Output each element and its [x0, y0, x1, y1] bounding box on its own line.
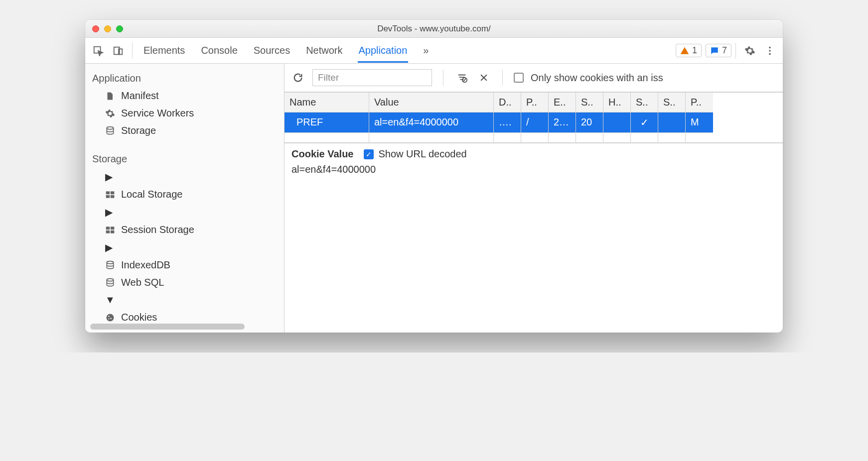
cookie-value-text: al=en&f4=4000000	[291, 164, 776, 175]
cell-secure: ✓	[631, 113, 658, 133]
messages-count: 7	[722, 45, 727, 56]
svg-rect-11	[106, 227, 110, 230]
col-name[interactable]: Name	[285, 93, 369, 113]
cookies-toolbar: Filter Only show cookies with an iss	[285, 64, 783, 92]
cell-domain: ….	[494, 113, 521, 133]
devtools-window: DevTools - www.youtube.com/ Elements Con…	[85, 20, 783, 333]
message-icon	[710, 46, 719, 55]
settings-icon[interactable]	[740, 41, 760, 61]
sidebar-heading-storage: Storage	[85, 149, 284, 168]
col-size[interactable]: S..	[576, 93, 603, 113]
clear-all-icon[interactable]	[454, 68, 469, 88]
tab-console[interactable]: Console	[200, 38, 238, 63]
sidebar-item-storage[interactable]: Storage	[85, 122, 284, 139]
tab-sources[interactable]: Sources	[253, 38, 291, 63]
sidebar-item-label: Service Workers	[121, 108, 194, 119]
sidebar-item-label: Local Storage	[121, 189, 182, 200]
col-expires[interactable]: E..	[549, 93, 576, 113]
url-decoded-label: Show URL decoded	[379, 148, 467, 160]
window-title: DevTools - www.youtube.com/	[85, 24, 783, 34]
zoom-window-button[interactable]	[116, 25, 123, 32]
svg-rect-14	[111, 230, 115, 233]
sidebar-item-session-storage[interactable]: Session Storage	[85, 221, 284, 238]
sidebar-item-indexeddb[interactable]: IndexedDB	[85, 256, 284, 274]
col-samesite[interactable]: S..	[658, 93, 686, 113]
tabs-overflow[interactable]: »	[422, 38, 430, 63]
expand-icon[interactable]: ▶	[85, 203, 284, 221]
only-issues-checkbox[interactable]	[514, 73, 524, 83]
sidebar-item-label: Manifest	[121, 90, 159, 102]
content-area: Application Manifest Service Workers Sto…	[85, 64, 783, 333]
tab-elements[interactable]: Elements	[143, 38, 186, 63]
sidebar-item-label: IndexedDB	[121, 259, 170, 271]
sidebar-item-local-storage[interactable]: Local Storage	[85, 186, 284, 203]
cookies-panel: Filter Only show cookies with an iss Nam…	[285, 64, 783, 333]
expand-icon[interactable]: ▶	[85, 168, 284, 186]
col-path[interactable]: P..	[521, 93, 549, 113]
sidebar-item-label: Cookies	[121, 312, 157, 323]
titlebar: DevTools - www.youtube.com/	[85, 20, 783, 38]
cell-expires: 2…	[549, 113, 576, 133]
col-value[interactable]: Value	[369, 93, 494, 113]
cookie-detail: Cookie Value ✓ Show URL decoded al=en&f4…	[285, 143, 783, 333]
tab-network[interactable]: Network	[305, 38, 343, 63]
minimize-window-button[interactable]	[104, 25, 111, 32]
warning-icon	[680, 46, 689, 55]
url-decoded-checkbox[interactable]: ✓	[364, 149, 374, 159]
sidebar-item-label: Session Storage	[121, 224, 194, 235]
collapse-icon[interactable]: ▼	[85, 291, 284, 309]
database-icon	[105, 126, 116, 136]
svg-point-19	[110, 318, 112, 319]
sidebar-item-websql[interactable]: Web SQL	[85, 274, 284, 291]
separator	[132, 43, 133, 59]
grid-icon	[105, 226, 116, 234]
inspect-element-icon[interactable]	[88, 41, 108, 61]
sidebar-scrollbar[interactable]	[90, 324, 245, 330]
warnings-badge[interactable]: 1	[676, 44, 702, 57]
table-empty-row	[285, 133, 783, 143]
sidebar-heading-application: Application	[85, 69, 284, 87]
table-row[interactable]: PREF al=en&f4=4000000 …. / 2… 20 ✓ M	[285, 113, 783, 133]
svg-point-5	[769, 53, 771, 55]
svg-point-20	[109, 318, 110, 319]
close-window-button[interactable]	[92, 25, 99, 32]
svg-point-15	[107, 261, 113, 263]
cookies-table: Name Value D.. P.. E.. S.. H.. S.. S.. P…	[285, 92, 783, 143]
more-icon[interactable]	[760, 41, 780, 61]
cell-priority: M	[686, 113, 713, 133]
file-icon	[105, 91, 116, 101]
traffic-lights	[85, 25, 123, 32]
only-issues-label: Only show cookies with an iss	[531, 72, 663, 84]
device-mode-icon[interactable]	[108, 41, 128, 61]
gear-icon	[105, 109, 116, 118]
svg-rect-13	[106, 230, 110, 233]
sidebar-item-manifest[interactable]: Manifest	[85, 87, 284, 105]
svg-rect-10	[111, 195, 115, 198]
col-http[interactable]: H..	[603, 93, 631, 113]
cell-path: /	[521, 113, 549, 133]
col-domain[interactable]: D..	[494, 93, 521, 113]
warnings-count: 1	[692, 45, 697, 56]
svg-point-3	[769, 46, 771, 48]
grid-icon	[105, 190, 116, 199]
filter-input[interactable]: Filter	[312, 69, 432, 86]
panel-tabs: Elements Console Sources Network Applica…	[143, 38, 430, 63]
messages-badge[interactable]: 7	[706, 44, 731, 57]
sidebar-item-service-workers[interactable]: Service Workers	[85, 105, 284, 122]
cookie-value-heading: Cookie Value	[291, 148, 354, 160]
svg-point-6	[107, 126, 113, 129]
svg-point-18	[108, 316, 110, 317]
col-secure[interactable]: S..	[631, 93, 658, 113]
cell-value: al=en&f4=4000000	[369, 113, 494, 133]
tab-application[interactable]: Application	[358, 38, 409, 63]
separator	[443, 70, 443, 86]
refresh-icon[interactable]	[290, 68, 305, 88]
delete-icon[interactable]	[476, 68, 491, 88]
cell-name: PREF	[285, 113, 369, 133]
svg-rect-12	[111, 227, 115, 230]
sidebar-item-label: Storage	[121, 125, 156, 136]
col-priority[interactable]: P..	[686, 93, 713, 113]
svg-rect-7	[106, 191, 110, 194]
expand-icon[interactable]: ▶	[85, 238, 284, 256]
main-toolbar: Elements Console Sources Network Applica…	[85, 38, 783, 64]
